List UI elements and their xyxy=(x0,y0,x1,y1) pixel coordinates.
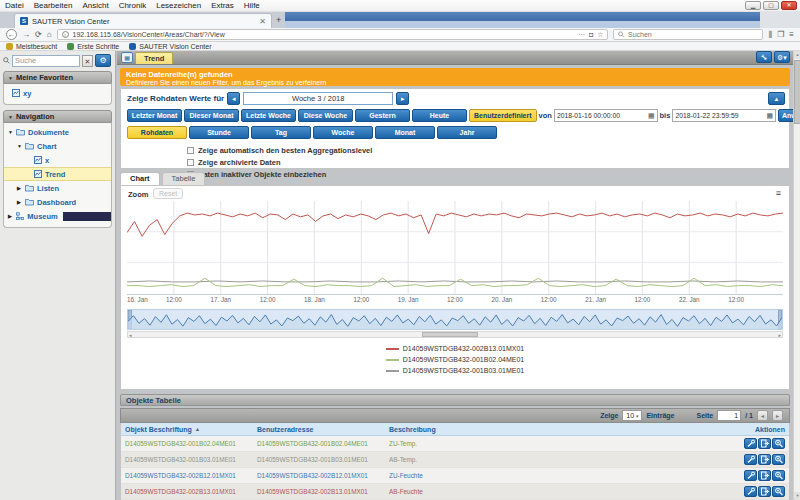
zoom-in-action-button[interactable] xyxy=(772,438,785,449)
range-button-diese-woche[interactable]: Diese Woche xyxy=(298,109,353,122)
tree-item-dashboard[interactable]: ▶Dashboard xyxy=(4,195,111,209)
zoom-in-action-button[interactable] xyxy=(772,486,785,497)
date-from-input[interactable] xyxy=(557,112,646,119)
menu-item-bearbeiten[interactable]: Bearbeiten xyxy=(34,1,73,10)
bookmark-item[interactable]: Meistbesucht xyxy=(6,43,57,50)
favorite-item-xy[interactable]: xy xyxy=(4,86,111,100)
custom-range-button[interactable]: Benutzerdefiniert xyxy=(469,109,537,122)
zoom-in-action-button[interactable] xyxy=(772,454,785,465)
reload-button[interactable]: ⟳ xyxy=(35,30,42,39)
sidebar-search-input[interactable] xyxy=(12,55,80,67)
scroll-up-icon[interactable]: ▲ xyxy=(794,51,800,59)
view-tab-tabelle[interactable]: Tabelle xyxy=(162,172,206,185)
sidebar-settings-button[interactable]: ⚙ xyxy=(95,54,111,67)
next-week-button[interactable]: ▸ xyxy=(396,92,409,105)
date-from-field[interactable]: ▦ xyxy=(554,109,658,122)
chevron-right-icon[interactable]: ▶ xyxy=(17,199,22,205)
aggregation-button-woche[interactable]: Woche xyxy=(313,126,373,139)
menu-item-extras[interactable]: Extras xyxy=(211,1,234,10)
date-to-field[interactable]: ▦ xyxy=(672,109,776,122)
browser-search-box[interactable] xyxy=(613,29,763,40)
wrench-action-button[interactable] xyxy=(744,486,757,497)
range-button-gestern[interactable]: Gestern xyxy=(355,109,410,122)
range-button-dieser-monat[interactable]: Dieser Monat xyxy=(184,109,239,122)
view-tab-chart[interactable]: Chart xyxy=(120,172,160,185)
previous-page-button[interactable]: ◂ xyxy=(757,410,768,421)
export-action-button[interactable] xyxy=(758,470,771,481)
page-size-select[interactable]: 10 ▾ xyxy=(622,410,642,421)
aggregation-button-rohdaten[interactable]: Rohdaten xyxy=(127,126,187,139)
hamburger-menu-icon[interactable]: ≡ xyxy=(789,30,794,39)
tree-item-dokumente[interactable]: ▼Dokumente xyxy=(4,125,111,139)
table-row[interactable]: D14059WSTDGB432-001B03.01ME01D14059WSTDG… xyxy=(121,452,789,468)
previous-week-button[interactable]: ◂ xyxy=(227,92,240,105)
browser-search-input[interactable] xyxy=(628,31,758,38)
clear-search-icon[interactable]: ✕ xyxy=(82,55,93,67)
shield-icon[interactable]: ◘ xyxy=(589,31,593,39)
column-header-beschreibung[interactable]: Beschreibung xyxy=(389,426,729,433)
scroll-down-icon[interactable]: ▼ xyxy=(794,492,800,500)
calendar-icon[interactable]: ▦ xyxy=(766,112,773,120)
wrench-action-button[interactable] xyxy=(744,470,757,481)
page-number-input[interactable] xyxy=(717,410,741,421)
range-button-letzter-monat[interactable]: Letzter Monat xyxy=(127,109,182,122)
chart-plot-area[interactable] xyxy=(127,201,783,295)
next-page-button[interactable]: ▸ xyxy=(772,410,783,421)
zoom-in-action-button[interactable] xyxy=(772,470,785,481)
menu-item-lesezeichen[interactable]: Lesezeichen xyxy=(156,1,201,10)
aggregation-button-tag[interactable]: Tag xyxy=(251,126,311,139)
legend-item[interactable]: D14059WSTDGB432-001B03.01ME01 xyxy=(121,365,789,376)
scrollbar-thumb[interactable] xyxy=(794,60,800,124)
aggregation-button-stunde[interactable]: Stunde xyxy=(189,126,249,139)
aggregation-button-jahr[interactable]: Jahr xyxy=(437,126,497,139)
menu-item-hilfe[interactable]: Hilfe xyxy=(244,1,260,10)
range-button-heute[interactable]: Heute xyxy=(412,109,467,122)
browser-tab[interactable]: S SAUTER Vision Center ✕ xyxy=(14,13,272,28)
calendar-icon[interactable]: ▦ xyxy=(648,112,655,120)
legend-item[interactable]: D14059WSTDGB432-001B02.04ME01 xyxy=(121,354,789,365)
page-scrollbar[interactable]: ▲ ▼ xyxy=(793,51,800,500)
bookmark-star-icon[interactable]: ☆ xyxy=(597,31,603,39)
chart-menu-icon[interactable]: ≡ xyxy=(776,188,781,198)
chevron-down-icon[interactable]: ▼ xyxy=(17,143,22,149)
forward-button[interactable]: → xyxy=(22,30,30,39)
edit-wrench-button[interactable]: 🔧︎ xyxy=(756,51,772,63)
settings-gear-button[interactable]: ⚙▾ xyxy=(774,51,790,63)
collapse-filter-button[interactable]: ▲ xyxy=(768,92,785,105)
tree-item-museum[interactable]: ▶Museum xyxy=(4,209,111,223)
checkbox-1[interactable] xyxy=(187,159,194,166)
range-button-letzte-woche[interactable]: Letzte Woche xyxy=(241,109,296,122)
navigator-scrollbar[interactable]: ◂ ▸ xyxy=(127,331,783,338)
scrollbar-thumb[interactable] xyxy=(422,332,478,337)
menu-item-ansicht[interactable]: Ansicht xyxy=(82,1,108,10)
chevron-right-icon[interactable]: ▶ xyxy=(8,213,13,219)
column-header-benutzeradresse[interactable]: Benutzeradresse xyxy=(257,426,389,433)
wrench-action-button[interactable] xyxy=(744,438,757,449)
export-action-button[interactable] xyxy=(758,486,771,497)
url-bar[interactable]: i 192.168.115.68/VisionCenter/Areas/Char… xyxy=(57,29,609,40)
menu-item-datei[interactable]: Datei xyxy=(5,1,24,10)
reset-zoom-button[interactable]: Reset xyxy=(153,188,183,199)
wrench-action-button[interactable] xyxy=(744,454,757,465)
page-actions-icon[interactable]: ⋯ xyxy=(578,31,585,39)
library-icon[interactable]: ⫼ xyxy=(768,30,772,40)
tree-item-listen[interactable]: ▶Listen xyxy=(4,181,111,195)
tree-item-trend[interactable]: Trend xyxy=(4,167,111,181)
legend-item[interactable]: D14059WSTDGB432-002B13.01MX01 xyxy=(121,343,789,354)
table-row[interactable]: D14059WSTDGB432-001B02.04ME01D14059WSTDG… xyxy=(121,436,789,452)
site-info-icon[interactable]: i xyxy=(62,31,69,38)
aggregation-button-monat[interactable]: Monat xyxy=(375,126,435,139)
tab-close-icon[interactable]: ✕ xyxy=(259,17,266,26)
minimize-button[interactable]: ▁ xyxy=(745,1,761,10)
close-button[interactable]: ✕ xyxy=(781,1,797,10)
chevron-down-icon[interactable]: ▼ xyxy=(8,129,13,135)
week-select[interactable]: Woche 3 / 2018 xyxy=(243,92,393,105)
scroll-right-icon[interactable]: ▸ xyxy=(778,332,781,338)
sidebar-toggle-icon[interactable]: ❐ xyxy=(777,30,784,39)
document-tab-trend[interactable]: Trend xyxy=(135,52,173,64)
column-header-beschriftung[interactable]: Objekt Beschriftung▲ xyxy=(125,426,257,433)
chevron-right-icon[interactable]: ▶ xyxy=(17,185,22,191)
export-action-button[interactable] xyxy=(758,438,771,449)
chart-navigator[interactable] xyxy=(127,309,783,330)
favorites-panel-header[interactable]: ▼Meine Favoriten xyxy=(3,71,112,84)
